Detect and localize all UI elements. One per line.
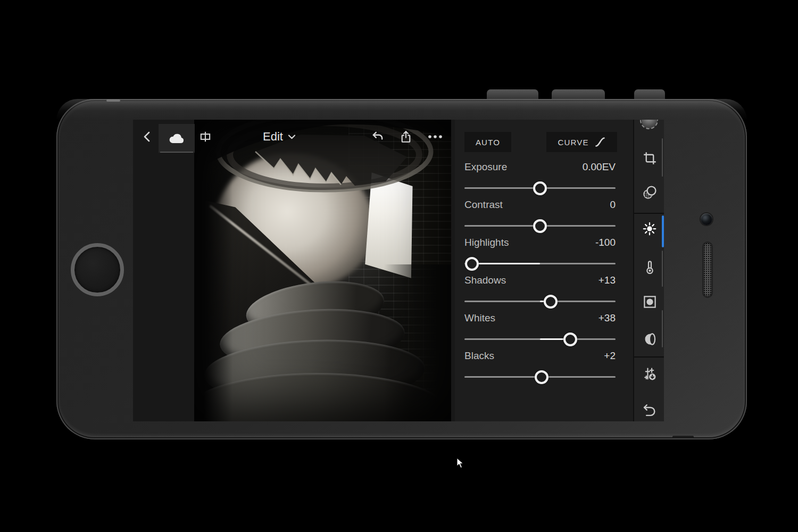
presets-button[interactable] — [639, 363, 660, 385]
presets-icon — [642, 367, 657, 381]
chevron-left-icon — [142, 130, 154, 143]
cloud-sync-icon — [168, 131, 186, 145]
photo-layer-vignette — [194, 120, 451, 421]
split-view-button[interactable] — [195, 126, 216, 147]
slider-label: Highlights — [464, 237, 509, 248]
rail-scrollbar-segment — [662, 138, 663, 177]
reset-icon — [642, 402, 657, 417]
slider-highlights: Highlights -100 — [464, 237, 616, 272]
back-button[interactable] — [137, 126, 159, 147]
effects-tool-button[interactable] — [639, 291, 660, 312]
active-tool-indicator — [662, 215, 664, 247]
share-button[interactable] — [395, 126, 417, 147]
auto-button[interactable]: AUTO — [464, 132, 511, 152]
slider-value: 0.00EV — [583, 161, 616, 173]
slider-knob[interactable] — [544, 295, 558, 309]
slider-track[interactable] — [464, 294, 616, 310]
optics-lens-icon — [643, 332, 657, 346]
slider-knob[interactable] — [563, 332, 577, 346]
undo-button[interactable] — [367, 126, 388, 147]
slider-track[interactable] — [464, 331, 616, 347]
mouse-cursor — [456, 458, 465, 469]
slider-label: Contrast — [464, 199, 503, 211]
slider-label: Whites — [464, 312, 495, 324]
slider-track[interactable] — [464, 369, 616, 385]
selective-tool-ring — [640, 120, 658, 129]
color-thermometer-icon — [643, 260, 657, 275]
auto-button-label: AUTO — [476, 138, 500, 147]
slider-value: 0 — [610, 199, 616, 211]
slider-shadows: Shadows +13 — [464, 275, 616, 310]
share-icon — [399, 130, 413, 144]
color-tool-button[interactable] — [639, 256, 660, 278]
antenna-band — [672, 436, 694, 438]
healing-tool-button[interactable] — [639, 182, 660, 203]
edit-light-panel: AUTO CURVE Exposure 0.00EV — [455, 120, 633, 421]
slider-label: Blacks — [464, 350, 494, 362]
slider-knob[interactable] — [533, 219, 547, 233]
tool-rail — [633, 120, 664, 421]
curve-button-label: CURVE — [558, 138, 588, 147]
edit-mode-dropdown[interactable]: Edit — [263, 126, 296, 147]
slider-blacks: Blacks +2 — [464, 350, 616, 385]
slider-whites: Whites +38 — [464, 312, 616, 347]
ellipsis-icon — [427, 134, 443, 139]
slider-track[interactable] — [464, 256, 616, 272]
phone-device: Edit — [56, 99, 747, 439]
earpiece-speaker — [703, 243, 712, 297]
curve-button[interactable]: CURVE — [546, 132, 617, 152]
phone-screen: Edit — [133, 120, 664, 421]
phone-top-edge — [56, 99, 747, 120]
healing-icon — [642, 185, 657, 200]
light-sun-icon — [642, 221, 658, 237]
slider-knob[interactable] — [465, 257, 479, 271]
crop-tool-button[interactable] — [639, 147, 660, 169]
slider-knob[interactable] — [535, 370, 548, 384]
slider-track[interactable] — [464, 218, 616, 234]
active-tab-underline — [160, 152, 193, 153]
slider-value: +13 — [598, 275, 616, 286]
rail-scrollbar-segment — [662, 310, 663, 347]
photo-canvas[interactable] — [194, 120, 451, 421]
slider-contrast: Contrast 0 — [464, 199, 616, 234]
chevron-down-icon — [288, 134, 296, 140]
slider-value: -100 — [595, 237, 616, 248]
light-tool-button[interactable] — [639, 218, 660, 239]
slider-value: +38 — [598, 312, 616, 324]
cloud-sync-button[interactable] — [159, 124, 195, 153]
rail-divider — [634, 213, 664, 214]
home-button[interactable] — [71, 243, 124, 296]
edit-mode-label: Edit — [263, 130, 283, 144]
crop-icon — [643, 151, 657, 165]
split-view-icon — [198, 130, 212, 144]
slider-value: +2 — [604, 350, 616, 362]
photo-viewport: Edit — [133, 120, 455, 421]
effects-vignette-icon — [643, 295, 657, 309]
desktop-background: Edit — [0, 0, 798, 532]
antenna-band — [106, 99, 120, 102]
slider-label: Shadows — [464, 275, 506, 286]
rail-divider — [634, 356, 664, 358]
slider-track[interactable] — [464, 180, 616, 196]
rail-scrollbar-segment — [662, 251, 663, 287]
front-camera — [701, 213, 712, 225]
curve-icon — [594, 136, 606, 148]
slider-knob[interactable] — [533, 181, 547, 195]
slider-label: Exposure — [464, 161, 507, 173]
undo-icon — [371, 130, 385, 144]
edit-topbar: Edit — [133, 120, 455, 155]
reset-button[interactable] — [639, 399, 660, 420]
optics-tool-button[interactable] — [639, 328, 660, 350]
slider-exposure: Exposure 0.00EV — [464, 161, 616, 196]
more-options-button[interactable] — [425, 126, 446, 147]
